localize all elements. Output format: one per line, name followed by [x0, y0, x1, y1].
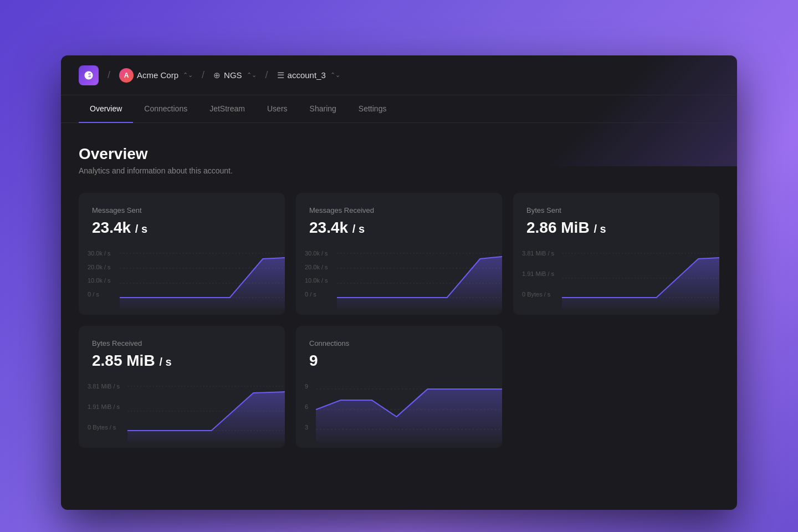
y1-label-bot: 0 / s [88, 291, 116, 298]
card-connections-label: Connections [309, 339, 489, 347]
card-bytes-received: Bytes Received 2.85 MiB / s 3.81 MiB / s… [79, 326, 285, 448]
y4-label-bot: 0 Bytes / s [88, 424, 124, 431]
card-bytes-sent-value: 2.86 MiB / s [526, 219, 706, 237]
tab-sharing[interactable]: Sharing [299, 95, 347, 123]
service-name: NGS [224, 70, 242, 80]
tab-connections[interactable]: Connections [133, 95, 198, 123]
y3-label-bot: 0 Bytes / s [522, 291, 559, 298]
card-bytes-sent-label: Bytes Sent [526, 206, 706, 214]
sep-3: / [265, 69, 268, 81]
org-avatar: A [119, 68, 134, 83]
stats-row-1: Messages Sent 23.4k / s 30.0k / s 20.0k … [79, 193, 719, 315]
tab-settings[interactable]: Settings [347, 95, 398, 123]
breadcrumb-account[interactable]: ☰ account_3 ⌃⌄ [277, 70, 340, 80]
app-logo[interactable] [79, 65, 99, 85]
card-messages-received-value: 23.4k / s [309, 219, 489, 237]
y5-label-bot: 3 [305, 424, 313, 431]
org-chevron: ⌃⌄ [183, 71, 193, 79]
card-bytes-received-label: Bytes Received [92, 339, 272, 347]
y5-label-mid: 6 [305, 403, 313, 410]
app-window: / A Acme Corp ⌃⌄ / ⊕ NGS ⌃⌄ / ☰ account_… [61, 55, 737, 510]
y2-label-bot: 0 / s [305, 291, 334, 298]
y3-label-mid: 1.91 MiB / s [522, 270, 559, 277]
main-content: Overview Analytics and information about… [61, 123, 737, 470]
nav-tabs: Overview Connections JetStream Users Sha… [61, 95, 737, 123]
svg-marker-17 [127, 392, 285, 442]
y1-label-low: 10.0k / s [88, 277, 116, 284]
y2-label-mid: 20.0k / s [305, 264, 334, 270]
account-icon: ☰ [277, 70, 284, 80]
card-connections: Connections 9 9 6 3 [296, 326, 502, 448]
y3-label-top: 3.81 MiB / s [522, 250, 559, 257]
card-messages-received-label: Messages Received [309, 206, 489, 214]
y4-label-mid: 1.91 MiB / s [88, 403, 124, 410]
header: / A Acme Corp ⌃⌄ / ⊕ NGS ⌃⌄ / ☰ account_… [61, 55, 737, 95]
stats-row-2: Bytes Received 2.85 MiB / s 3.81 MiB / s… [79, 326, 719, 448]
card-connections-value: 9 [309, 352, 489, 370]
svg-marker-21 [316, 389, 502, 442]
y2-label-low: 10.0k / s [305, 277, 334, 284]
sep-2: / [202, 69, 204, 81]
svg-marker-13 [562, 258, 719, 309]
card-placeholder [513, 326, 719, 448]
card-messages-sent-label: Messages Sent [92, 206, 272, 214]
page-title: Overview [79, 145, 719, 163]
tab-jetstream[interactable]: JetStream [198, 95, 256, 123]
y4-label-top: 3.81 MiB / s [88, 383, 124, 390]
card-messages-sent-value: 23.4k / s [92, 219, 272, 237]
y5-label-top: 9 [305, 383, 313, 390]
svg-marker-9 [337, 257, 502, 309]
y1-label-top: 30.0k / s [88, 250, 116, 257]
page-subtitle: Analytics and information about this acc… [79, 166, 719, 175]
y1-label-mid: 20.0k / s [88, 264, 116, 270]
account-name: account_3 [288, 70, 326, 80]
org-name: Acme Corp [137, 70, 178, 80]
card-messages-sent: Messages Sent 23.4k / s 30.0k / s 20.0k … [79, 193, 285, 315]
card-bytes-received-value: 2.85 MiB / s [92, 352, 272, 370]
tab-overview[interactable]: Overview [79, 95, 133, 123]
breadcrumb-service[interactable]: ⊕ NGS ⌃⌄ [213, 70, 257, 80]
account-chevron: ⌃⌄ [330, 71, 340, 79]
sep-1: / [108, 69, 110, 81]
card-bytes-sent: Bytes Sent 2.86 MiB / s 3.81 MiB / s 1.9… [513, 193, 719, 315]
breadcrumb-org[interactable]: A Acme Corp ⌃⌄ [119, 68, 193, 83]
y2-label-top: 30.0k / s [305, 250, 334, 257]
card-messages-received: Messages Received 23.4k / s 30.0k / s 20… [296, 193, 502, 315]
service-chevron: ⌃⌄ [247, 71, 257, 79]
tab-users[interactable]: Users [256, 95, 299, 123]
globe-icon: ⊕ [213, 70, 221, 80]
